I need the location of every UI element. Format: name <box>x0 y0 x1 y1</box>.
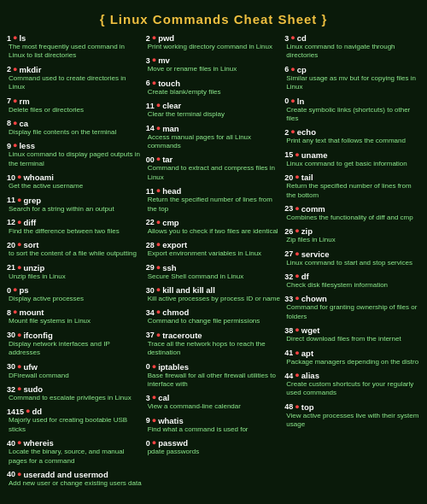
cmd-label: alias <box>301 371 319 380</box>
cmd-number: 26 <box>284 227 293 236</box>
cmd-description: Unzip files in Linux <box>7 273 143 281</box>
cmd-description: Search for a string within an output <box>7 205 143 214</box>
cmd-number: 44 <box>284 372 293 380</box>
cmd-block: 3●mvMove or rename files in Linux <box>146 56 282 73</box>
cmd-bullet-icon: ● <box>156 125 161 132</box>
cmd-number: 22 <box>146 218 155 226</box>
cmd-description: The most frequently used command in Linu… <box>7 43 143 61</box>
cmd-block: 12●diffFind the difference between two f… <box>7 218 143 236</box>
cmd-block: 33●chownCommand for granting ownership o… <box>284 294 420 321</box>
columns-container: 1●lsThe most frequently used command in … <box>7 33 420 489</box>
cmd-label: unzip <box>23 263 44 273</box>
cmd-bullet-icon: ● <box>295 372 299 379</box>
cmd-label: clear <box>162 101 181 110</box>
cmd-number: 8 <box>7 308 11 317</box>
cmd-description: Mount file systems in Linux <box>7 317 143 325</box>
cmd-number: 29 <box>146 263 155 272</box>
cmd-description: Secure Shell command in Linux <box>146 273 282 281</box>
cmd-description: Command for granting ownership of files … <box>284 303 420 321</box>
cmd-block: 26●zipZip files in Linux <box>284 226 420 244</box>
cmd-label: top <box>301 402 314 412</box>
cmd-number: 6 <box>284 65 289 73</box>
cmd-number: 8 <box>7 119 11 127</box>
cmd-bullet-icon: ● <box>17 264 21 272</box>
cmd-description: Display active processes <box>7 295 143 303</box>
cmd-block: 40●whereisLocate the binary, source, and… <box>7 438 143 466</box>
cmd-bullet-icon: ● <box>152 417 156 425</box>
cmd-label: ifconfig <box>23 331 52 340</box>
cmd-bullet-icon: ● <box>26 407 30 415</box>
cmd-description: Command used to create directories in Li… <box>7 74 143 92</box>
cmd-number: 20 <box>284 173 293 182</box>
cmd-bullet-icon: ● <box>156 241 161 249</box>
cmd-bullet-icon: ● <box>295 403 299 411</box>
cmd-label: tail <box>301 173 313 182</box>
cmd-block: 20●sortto sort the content of a file whi… <box>7 240 143 258</box>
cmd-bullet-icon: ● <box>295 273 299 280</box>
cmd-bullet-icon: ● <box>290 66 295 73</box>
cmd-label: cmp <box>162 218 179 227</box>
cmd-description: pdate passwords <box>146 448 282 456</box>
cmd-bullet-icon: ● <box>295 173 299 181</box>
cmd-number: 21 <box>7 263 15 272</box>
cmd-number: 20 <box>7 241 15 249</box>
cmd-bullet-icon: ● <box>156 308 161 316</box>
cmd-number: 14 <box>146 124 155 132</box>
cmd-label: touch <box>158 79 180 88</box>
cmd-number: 30 <box>7 331 15 339</box>
cmd-label: whoami <box>23 173 53 182</box>
cmd-number: 11 <box>146 187 155 196</box>
cmd-bullet-icon: ● <box>295 326 299 334</box>
cmd-block: 32●sudoCommand to escalate privileges in… <box>7 384 143 402</box>
cmd-block: 0●iptablesBase firewall for all other fi… <box>146 362 282 390</box>
cmd-label: ps <box>19 285 28 295</box>
cmd-number: 1415 <box>7 407 24 416</box>
cmd-label: dd <box>32 407 42 416</box>
cmd-block: 2●echoPrint any text that follows the co… <box>284 127 420 145</box>
cmd-label: whatis <box>158 416 184 425</box>
cmd-bullet-icon: ● <box>17 241 21 249</box>
cmd-description: Print any text that follows the command <box>284 137 420 145</box>
cmd-number: 37 <box>146 331 155 339</box>
cmd-description: Trace all the network hops to reach the … <box>146 340 282 358</box>
cmd-label: less <box>19 141 35 150</box>
cmd-bullet-icon: ● <box>156 264 161 272</box>
cmd-label: rm <box>19 97 29 106</box>
cmd-description: Create blank/empty files <box>146 88 282 97</box>
cmd-bullet-icon: ● <box>156 286 161 294</box>
cmd-block: 7●rmDelete files or directories <box>7 97 143 114</box>
cmd-description: Package managers depending on the distro <box>284 358 420 366</box>
cmd-label: mount <box>19 308 44 317</box>
cmd-number: 15 <box>284 150 293 159</box>
cmd-bullet-icon: ● <box>290 34 295 42</box>
cmd-label: useradd and usermod <box>23 470 108 479</box>
cmd-label: tar <box>162 155 173 164</box>
cmd-description: Return the specified number of lines fro… <box>284 182 420 200</box>
cmd-bullet-icon: ● <box>17 196 21 204</box>
cmd-number: 0 <box>284 97 289 105</box>
cmd-description: Find what a command is used for <box>146 425 282 434</box>
cmd-number: 2 <box>7 65 11 73</box>
cmd-bullet-icon: ● <box>295 250 299 258</box>
cmd-block: 29●sshSecure Shell command in Linux <box>146 263 282 281</box>
cmd-description: Command to extract and compress files in… <box>146 164 282 182</box>
cmd-number: 40 <box>7 470 15 478</box>
cmd-bullet-icon: ● <box>156 102 161 109</box>
cmd-description: Kill active processes by process ID or n… <box>146 295 282 303</box>
cmd-number: 0 <box>146 362 150 371</box>
cmd-number: 3 <box>284 34 289 43</box>
cmd-number: 28 <box>146 241 155 249</box>
cmd-description: Add new user or change existing users da… <box>7 479 143 488</box>
cmd-number: 27 <box>284 249 293 258</box>
cmd-block: 30●ufwDFirewall command <box>7 362 143 380</box>
cmd-description: Linux command to start and stop services <box>284 259 420 267</box>
cmd-label: cp <box>297 65 307 74</box>
cmd-bullet-icon: ● <box>156 219 161 226</box>
cmd-block: 6●touchCreate blank/empty files <box>146 79 282 97</box>
cmd-label: uname <box>301 150 328 160</box>
cmd-description: Allows you to check if two files are ide… <box>146 227 282 236</box>
cmd-block: 44●aliasCreate custom shortcuts for your… <box>284 371 420 398</box>
cmd-description: Command to change file permissions <box>146 317 282 325</box>
cmd-label: diff <box>23 218 36 227</box>
cmd-label: ufw <box>23 362 37 372</box>
